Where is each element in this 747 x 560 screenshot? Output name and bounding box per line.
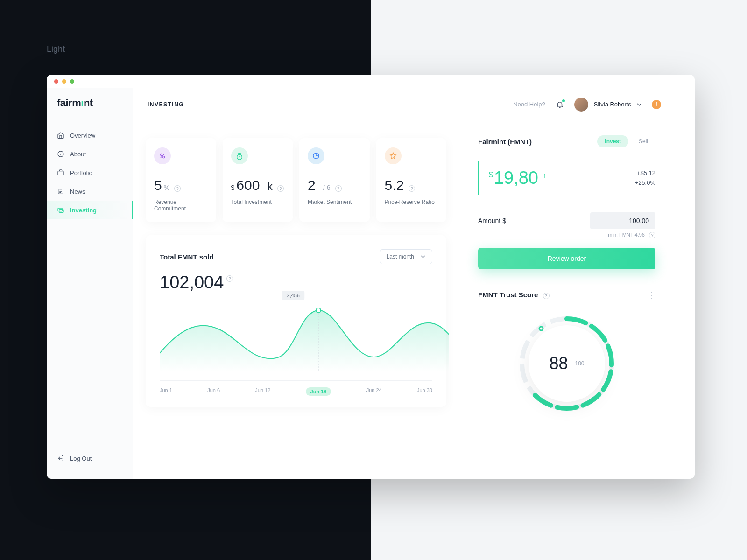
- user-name: Silvia Roberts: [594, 101, 631, 108]
- sidebar: fairmınt Overview About Portfolio News: [47, 88, 133, 479]
- logout-label: Log Out: [70, 455, 92, 462]
- page-title: INVESTING: [148, 101, 184, 108]
- stat-card-market-sentiment: 2 / 6? Market Sentiment: [299, 138, 370, 222]
- info-icon: [57, 150, 64, 158]
- logout-icon: [57, 455, 64, 462]
- chart-tooltip: 2,456: [282, 291, 304, 300]
- stat-card-price-reserve-ratio: 5.2? Price-Reserve Ratio: [376, 138, 447, 222]
- svg-point-6: [163, 156, 165, 158]
- help-icon[interactable]: ?: [543, 293, 550, 299]
- notification-dot-icon: [562, 99, 565, 102]
- amount-label: Amount $: [478, 217, 506, 224]
- stat-label: Revenue Commitment: [154, 199, 208, 212]
- chart-title: Total FMNT sold: [160, 253, 214, 261]
- svg-point-8: [316, 308, 321, 313]
- sidebar-item-label: News: [70, 188, 85, 195]
- briefcase-icon: [57, 169, 64, 176]
- maximize-window-dot[interactable]: [70, 79, 74, 84]
- svg-rect-1: [58, 171, 63, 175]
- tab-invest[interactable]: Invest: [597, 135, 628, 147]
- svg-point-5: [160, 154, 162, 155]
- amount-input[interactable]: [590, 212, 655, 229]
- active-date-pill[interactable]: Jun 18: [306, 387, 331, 396]
- line-chart: [160, 297, 449, 372]
- sidebar-item-about[interactable]: About: [47, 145, 133, 163]
- minimize-window-dot[interactable]: [62, 79, 66, 84]
- help-icon[interactable]: ?: [335, 185, 342, 192]
- sidebar-item-label: Portfolio: [70, 169, 92, 176]
- help-icon[interactable]: ?: [409, 185, 415, 192]
- period-select[interactable]: Last month: [380, 249, 432, 264]
- stat-label: Market Sentiment: [308, 199, 361, 205]
- min-amount-note: min. FMNT 4.96 ?: [478, 232, 655, 238]
- main-content: INVESTING 5%? Revenue Commitment $600 k?…: [133, 88, 459, 479]
- news-icon: [57, 188, 64, 195]
- sidebar-item-news[interactable]: News: [47, 182, 133, 201]
- money-bag-icon: [231, 147, 248, 164]
- stat-label: Price-Reserve Ratio: [385, 199, 438, 205]
- help-icon[interactable]: ?: [226, 275, 233, 282]
- notifications-button[interactable]: [556, 100, 564, 109]
- stat-card-total-investment: $600 k? Total Investment: [223, 138, 293, 222]
- sidebar-item-portfolio[interactable]: Portfolio: [47, 163, 133, 182]
- logout-button[interactable]: Log Out: [47, 449, 133, 468]
- svg-point-11: [539, 327, 543, 330]
- trust-score-title: FMNT Trust Score ?: [478, 291, 550, 299]
- app-window: fairmınt Overview About Portfolio News: [47, 75, 695, 479]
- sidebar-item-label: Investing: [70, 207, 97, 214]
- user-menu[interactable]: Silvia Roberts: [574, 98, 641, 112]
- sidebar-item-label: Overview: [70, 132, 95, 139]
- chevron-down-icon: [637, 103, 641, 106]
- right-column: Need Help? Silvia Roberts ! Fairmint (FM…: [459, 88, 674, 479]
- help-icon[interactable]: ?: [649, 232, 655, 238]
- help-icon[interactable]: ?: [174, 185, 181, 192]
- trust-score-max: 100: [571, 360, 585, 367]
- more-menu-button[interactable]: ⋯: [647, 291, 657, 299]
- sidebar-item-investing[interactable]: Investing: [47, 201, 133, 219]
- chart-total: 102,004?: [160, 273, 432, 293]
- home-icon: [57, 132, 64, 139]
- price-block: $19,80↑ +$5.12 +25.0%: [478, 161, 655, 195]
- window-titlebar: [47, 75, 695, 88]
- investing-icon: [57, 206, 64, 214]
- sidebar-item-overview[interactable]: Overview: [47, 126, 133, 145]
- arrow-up-icon: ↑: [543, 172, 546, 179]
- stat-label: Total Investment: [231, 199, 285, 205]
- trust-score-value: 88: [549, 354, 568, 373]
- help-link[interactable]: Need Help?: [513, 101, 545, 108]
- close-window-dot[interactable]: [54, 79, 58, 84]
- brand-logo: fairmınt: [47, 97, 133, 126]
- trust-score-gauge: 88 100: [515, 312, 618, 415]
- chart-x-axis: Jun 1 Jun 6 Jun 12 Jun 18 Jun 24 Jun 30: [160, 380, 432, 396]
- star-icon: [385, 147, 402, 164]
- chart-card: Total FMNT sold Last month 102,004? 2,45…: [146, 235, 446, 407]
- price-delta-abs: +$5.12: [635, 168, 655, 178]
- alert-badge-icon[interactable]: !: [652, 100, 661, 109]
- chevron-down-icon: [421, 255, 425, 258]
- asset-name: Fairmint (FMNT): [478, 138, 532, 146]
- tab-sell[interactable]: Sell: [631, 135, 655, 147]
- pie-chart-icon: [308, 147, 324, 164]
- theme-label: Light: [47, 44, 65, 54]
- avatar: [574, 98, 588, 112]
- sidebar-item-label: About: [70, 151, 86, 158]
- stat-card-revenue-commitment: 5%? Revenue Commitment: [146, 138, 216, 222]
- price-delta-pct: +25.0%: [635, 178, 655, 188]
- percent-icon: [154, 147, 171, 164]
- review-order-button[interactable]: Review order: [478, 248, 655, 269]
- help-icon[interactable]: ?: [277, 185, 284, 192]
